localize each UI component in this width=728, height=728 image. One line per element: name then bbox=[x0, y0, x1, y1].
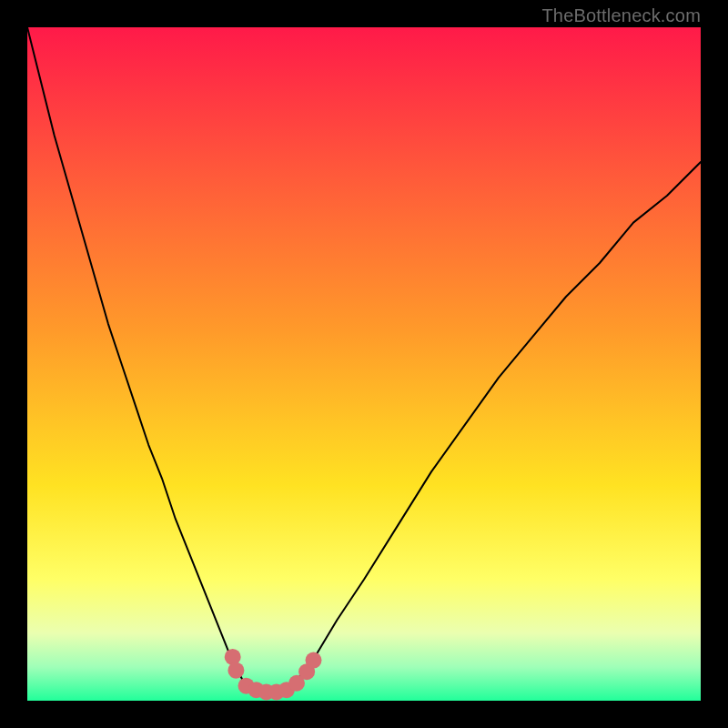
series-group bbox=[27, 27, 701, 693]
curve-layer bbox=[27, 27, 701, 701]
watermark-text: TheBottleneck.com bbox=[541, 5, 701, 26]
markers-group bbox=[225, 649, 322, 700]
series-left-branch bbox=[27, 27, 257, 691]
series-right-branch bbox=[283, 162, 701, 691]
plot-area bbox=[27, 27, 701, 701]
valley-dot-1 bbox=[228, 662, 244, 679]
valley-dot-9 bbox=[306, 652, 322, 669]
outer-frame: TheBottleneck.com bbox=[0, 0, 728, 728]
